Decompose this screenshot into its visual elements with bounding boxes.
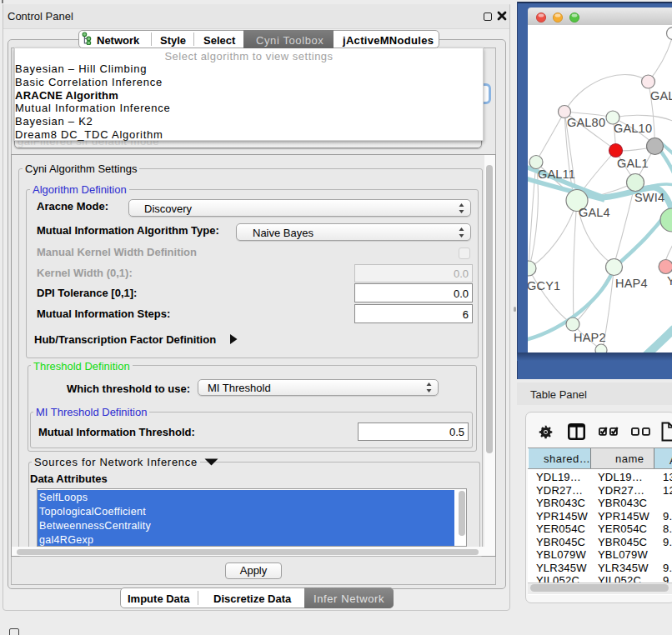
svg-text:SWI4: SWI4 [634,191,664,204]
svg-text:GAL4: GAL4 [579,206,610,219]
svg-text:HAP4: HAP4 [615,277,648,290]
svg-text:HAP2: HAP2 [574,331,606,344]
svg-text:GAL10: GAL10 [614,122,652,135]
svg-text:GAL: GAL [650,89,672,102]
svg-text:GAL1: GAL1 [617,157,649,170]
svg-text:GAL80: GAL80 [567,116,605,129]
svg-text:Y: Y [667,274,672,288]
svg-text:GAL11: GAL11 [538,168,575,181]
svg-text:GCY1: GCY1 [528,279,560,292]
